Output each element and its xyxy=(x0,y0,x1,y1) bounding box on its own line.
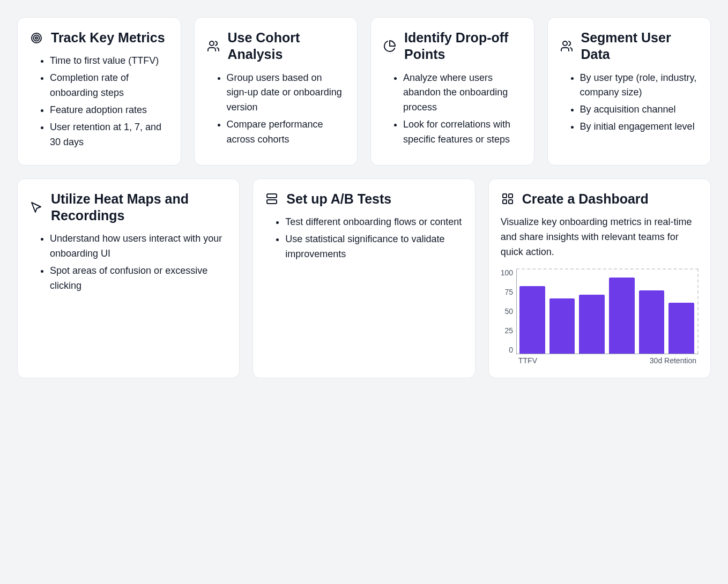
chart-plot-area xyxy=(516,268,699,354)
chart-bar xyxy=(579,295,605,354)
chart-bar xyxy=(549,298,575,353)
row-2: Utilize Heat Maps and Recordings Underst… xyxy=(17,178,711,378)
list-item: Analyze where users abandon the onboardi… xyxy=(403,71,522,116)
card-title: Set up A/B Tests xyxy=(286,191,391,207)
y-tick: 100 xyxy=(501,268,513,277)
dashboard-icon xyxy=(501,192,515,206)
card-list: Test different onboarding flows or conte… xyxy=(265,215,463,264)
svg-point-1 xyxy=(34,35,40,41)
y-tick: 0 xyxy=(501,346,513,354)
list-item: By acquisition channel xyxy=(580,102,699,117)
card-list: By user type (role, industry, company si… xyxy=(560,71,699,137)
list-item: Use statistical significance to validate… xyxy=(285,232,463,262)
card-list: Understand how users interact with your … xyxy=(29,231,227,296)
x-label: TTFV xyxy=(518,356,607,365)
list-item: User retention at 1, 7, and 30 days xyxy=(50,120,169,150)
list-item: Time to first value (TTFV) xyxy=(50,54,169,69)
cards-grid: Track Key Metrics Time to first value (T… xyxy=(17,17,711,378)
list-item: Look for correlations with specific feat… xyxy=(403,117,522,147)
card-segment-user-data: Segment User Data By user type (role, in… xyxy=(547,17,711,166)
list-item: Understand how users interact with your … xyxy=(50,231,227,261)
svg-point-3 xyxy=(210,41,214,46)
card-dashboard: Create a Dashboard Visualize key onboard… xyxy=(488,178,711,378)
chart-bar xyxy=(639,290,665,354)
chart-bar xyxy=(519,286,545,354)
card-ab-tests: Set up A/B Tests Test different onboardi… xyxy=(252,178,475,378)
dashboard-chart: 100 75 50 25 0 TTFV 30d Retention xyxy=(501,268,699,365)
card-dropoff-points: Identify Drop-off Points Analyze where u… xyxy=(370,17,534,166)
card-list: Analyze where users abandon the onboardi… xyxy=(383,71,522,149)
chart-bar xyxy=(668,303,694,353)
card-title: Use Cohort Analysis xyxy=(228,29,346,63)
card-title: Identify Drop-off Points xyxy=(404,29,522,63)
list-item: Group users based on sign-up date or onb… xyxy=(227,71,346,116)
cursor-icon xyxy=(29,200,43,214)
list-item: By user type (role, industry, company si… xyxy=(580,71,699,101)
split-rows-icon xyxy=(265,192,279,206)
x-label: 30d Retention xyxy=(607,356,696,365)
list-item: Compare performance across cohorts xyxy=(227,117,346,147)
target-icon xyxy=(29,31,43,45)
users-icon xyxy=(206,39,220,53)
card-title: Utilize Heat Maps and Recordings xyxy=(51,191,227,224)
row-1: Track Key Metrics Time to first value (T… xyxy=(17,17,711,166)
svg-point-4 xyxy=(563,41,567,46)
card-title: Create a Dashboard xyxy=(522,191,649,207)
list-item: Completion rate of onboarding steps xyxy=(50,71,169,101)
card-list: Time to first value (TTFV) Completion ra… xyxy=(29,54,169,152)
svg-rect-7 xyxy=(503,194,507,198)
svg-rect-9 xyxy=(503,200,507,204)
card-cohort-analysis: Use Cohort Analysis Group users based on… xyxy=(194,17,358,166)
chart-x-axis: TTFV 30d Retention xyxy=(516,354,699,365)
list-item: Feature adoption rates xyxy=(50,103,169,118)
card-title: Track Key Metrics xyxy=(51,29,165,46)
list-item: By initial engagement level xyxy=(580,119,699,134)
users-icon xyxy=(560,39,574,53)
svg-rect-6 xyxy=(267,200,277,204)
card-heat-maps: Utilize Heat Maps and Recordings Underst… xyxy=(17,178,240,378)
list-item: Test different onboarding flows or conte… xyxy=(285,215,463,230)
y-tick: 50 xyxy=(501,307,513,316)
svg-rect-8 xyxy=(509,194,512,198)
pie-chart-icon xyxy=(383,39,397,53)
card-description: Visualize key onboarding metrics in real… xyxy=(501,215,699,260)
chart-y-axis: 100 75 50 25 0 xyxy=(501,268,516,354)
svg-rect-10 xyxy=(509,200,512,204)
card-title: Segment User Data xyxy=(581,29,699,63)
chart-bar xyxy=(609,278,635,353)
y-tick: 75 xyxy=(501,288,513,296)
list-item: Spot areas of confusion or excessive cli… xyxy=(50,264,227,294)
svg-point-2 xyxy=(35,37,38,39)
y-tick: 25 xyxy=(501,326,513,335)
card-track-key-metrics: Track Key Metrics Time to first value (T… xyxy=(17,17,181,166)
card-list: Group users based on sign-up date or onb… xyxy=(206,71,346,149)
svg-rect-5 xyxy=(267,194,277,198)
